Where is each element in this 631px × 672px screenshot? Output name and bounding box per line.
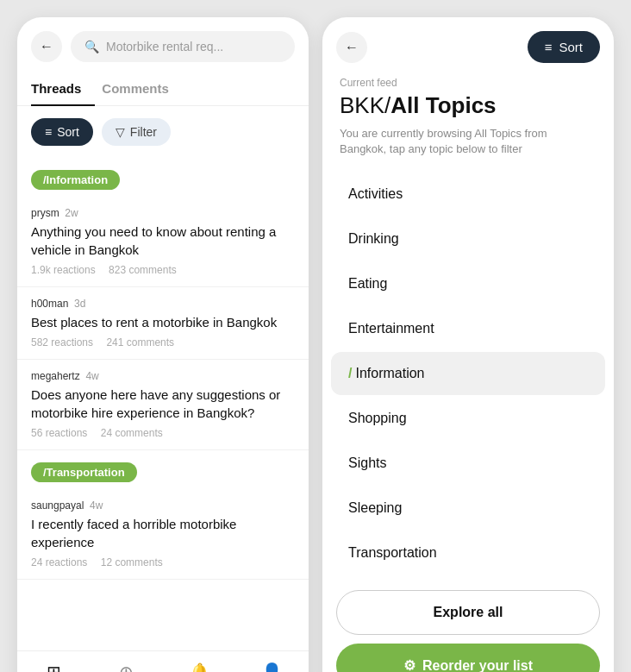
thread-stats: 1.9k reactions 823 comments	[31, 264, 295, 276]
topic-label: Sights	[348, 455, 386, 471]
create-icon: ⊕	[119, 662, 134, 672]
topic-eating[interactable]: Eating	[331, 262, 605, 305]
thread-meta: prysm 2w	[31, 207, 295, 219]
right-header: ← ≡ Sort	[322, 17, 614, 73]
explore-all-button[interactable]: Explore all	[336, 590, 600, 635]
nav-notification[interactable]: 🔔 Notification	[163, 658, 236, 672]
back-button-right[interactable]: ←	[336, 32, 367, 63]
thread-title: I recently faced a horrible motorbike ex…	[31, 515, 295, 551]
gear-icon: ⚙	[403, 657, 415, 672]
topic-label: Sleeping	[348, 500, 402, 516]
feed-city: BKK/	[340, 92, 390, 118]
thread-username: megahertz	[31, 370, 80, 382]
thread-stats: 24 reactions 12 comments	[31, 556, 295, 568]
filter-icon: ▽	[116, 125, 125, 139]
sort-lines-icon: ≡	[545, 40, 553, 54]
thread-meta: h00man 3d	[31, 298, 295, 310]
thread-meta: megahertz 4w	[31, 370, 295, 382]
reorder-label: Reorder your list	[422, 658, 533, 672]
sort-pill-button[interactable]: ≡ Sort	[528, 31, 600, 63]
thread-title: Best places to rent a motorbike in Bangk…	[31, 313, 295, 331]
left-header: ← 🔍 Motorbike rental req...	[17, 17, 309, 72]
topic-sights[interactable]: Sights	[331, 442, 605, 485]
thread-list: /Information prysm 2w Anything you need …	[17, 158, 309, 650]
tab-comments[interactable]: Comments	[102, 72, 183, 106]
feed-info: Current feed BKK/All Topics You are curr…	[322, 73, 614, 171]
category-badge-transport[interactable]: /Transportation	[31, 462, 137, 482]
thread-meta: saungpayal 4w	[31, 499, 295, 512]
sort-pill-label: Sort	[559, 40, 583, 54]
thread-time: 4w	[90, 499, 103, 512]
thread-stats: 56 reactions 24 comments	[31, 427, 295, 439]
topic-transportation[interactable]: Transportation	[331, 531, 605, 575]
topic-slash-icon: /	[348, 366, 352, 381]
topic-list: Activities Drinking Eating Entertainment…	[322, 171, 614, 576]
nav-threads[interactable]: ⊞ Threads	[17, 658, 91, 672]
table-row[interactable]: megahertz 4w Does anyone here have any s…	[17, 360, 309, 450]
topic-entertainment[interactable]: Entertainment	[331, 307, 605, 350]
thread-time: 4w	[85, 370, 98, 382]
thread-username: h00man	[31, 298, 68, 310]
reactions-count: 24 reactions	[31, 556, 87, 568]
topic-label: Drinking	[348, 231, 399, 247]
topic-sleeping[interactable]: Sleeping	[331, 487, 605, 530]
sort-icon: ≡	[45, 125, 52, 139]
sort-button[interactable]: ≡ Sort	[31, 118, 93, 146]
filter-button[interactable]: ▽ Filter	[102, 118, 171, 146]
sort-label: Sort	[57, 125, 79, 139]
reactions-count: 56 reactions	[31, 427, 87, 439]
topic-label: Information	[355, 366, 424, 381]
topic-drinking[interactable]: Drinking	[331, 217, 605, 261]
nav-profile[interactable]: 👤 Profile	[236, 658, 309, 672]
topic-label: Transportation	[348, 545, 437, 561]
bottom-nav: ⊞ Threads ⊕ Create 🔔 Notification 👤 Prof…	[17, 650, 309, 672]
feed-description: You are currently browsing All Topics fr…	[340, 126, 597, 157]
thread-time: 2w	[65, 207, 78, 219]
topic-label: Shopping	[348, 411, 407, 426]
feed-topic: All Topics	[390, 92, 496, 118]
comments-count: 823 comments	[109, 264, 177, 276]
thread-title: Does anyone here have any suggestions or…	[31, 386, 295, 422]
thread-title: Anything you need to know about renting …	[31, 223, 295, 259]
comments-count: 12 comments	[101, 556, 163, 568]
topic-information[interactable]: / Information	[331, 352, 605, 395]
nav-create[interactable]: ⊕ Create	[91, 658, 164, 672]
reorder-list-button[interactable]: ⚙ Reorder your list	[336, 644, 600, 672]
tabs: Threads Comments	[17, 72, 309, 106]
controls: ≡ Sort ▽ Filter	[17, 106, 309, 158]
category-badge-info[interactable]: /Information	[31, 170, 120, 190]
thread-username: saungpayal	[31, 499, 84, 512]
search-bar[interactable]: 🔍 Motorbike rental req...	[71, 31, 295, 62]
thread-username: prysm	[31, 207, 59, 219]
topic-activities[interactable]: Activities	[331, 173, 605, 216]
topic-label: Entertainment	[348, 321, 434, 336]
comments-count: 241 comments	[106, 336, 174, 349]
thread-time: 3d	[74, 298, 85, 310]
comments-count: 24 comments	[101, 427, 163, 439]
action-buttons: Explore all ⚙ Reorder your list	[322, 576, 614, 672]
back-button[interactable]: ←	[31, 31, 62, 62]
profile-icon: 👤	[261, 662, 283, 672]
search-input: Motorbike rental req...	[106, 40, 223, 53]
tab-threads[interactable]: Threads	[31, 72, 95, 106]
topic-label: Eating	[348, 276, 387, 292]
filter-label: Filter	[130, 125, 157, 139]
reactions-count: 1.9k reactions	[31, 264, 96, 276]
thread-stats: 582 reactions 241 comments	[31, 336, 295, 349]
table-row[interactable]: prysm 2w Anything you need to know about…	[17, 197, 309, 287]
topic-shopping[interactable]: Shopping	[331, 397, 605, 440]
threads-icon: ⊞	[47, 662, 61, 672]
search-icon: 🔍	[84, 40, 99, 53]
table-row[interactable]: saungpayal 4w I recently faced a horribl…	[17, 489, 309, 580]
current-feed-label: Current feed	[340, 77, 597, 89]
reactions-count: 582 reactions	[31, 336, 93, 349]
notification-icon: 🔔	[189, 662, 210, 672]
topic-label: Activities	[348, 186, 403, 202]
feed-title: BKK/All Topics	[340, 92, 597, 119]
table-row[interactable]: h00man 3d Best places to rent a motorbik…	[17, 287, 309, 360]
